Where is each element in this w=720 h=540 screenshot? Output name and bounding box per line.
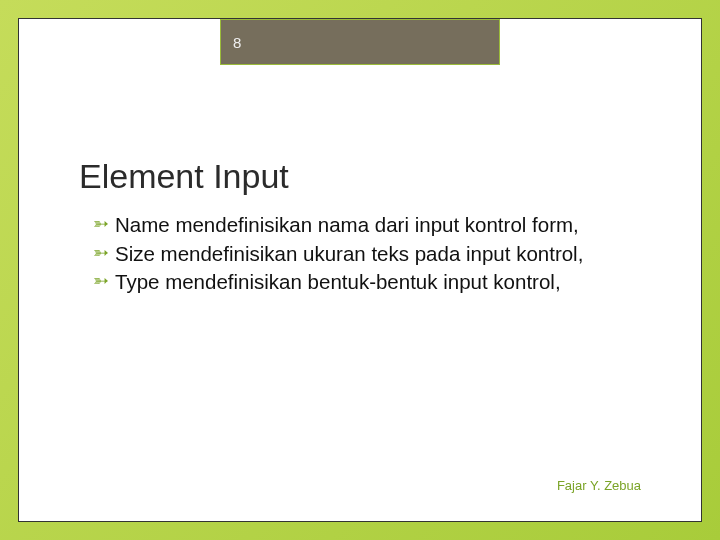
list-item: ➳ Name mendefinisikan nama dari input ko…: [93, 211, 621, 239]
bullet-icon: ➳: [93, 268, 109, 294]
list-item: ➳ Size mendefinisikan ukuran teks pada i…: [93, 240, 621, 268]
bullet-text: Name mendefinisikan nama dari input kont…: [115, 211, 621, 239]
slide: 8 Element Input ➳ Name mendefinisikan na…: [18, 18, 702, 522]
bullet-list: ➳ Name mendefinisikan nama dari input ko…: [93, 211, 621, 297]
slide-title: Element Input: [79, 157, 289, 196]
bullet-text: Size mendefinisikan ukuran teks pada inp…: [115, 240, 621, 268]
slide-number: 8: [233, 34, 241, 51]
bullet-text: Type mendefinisikan bentuk-bentuk input …: [115, 268, 621, 296]
slide-number-box: 8: [220, 19, 500, 65]
footer-author: Fajar Y. Zebua: [557, 478, 641, 493]
bullet-icon: ➳: [93, 211, 109, 237]
bullet-icon: ➳: [93, 240, 109, 266]
list-item: ➳ Type mendefinisikan bentuk-bentuk inpu…: [93, 268, 621, 296]
